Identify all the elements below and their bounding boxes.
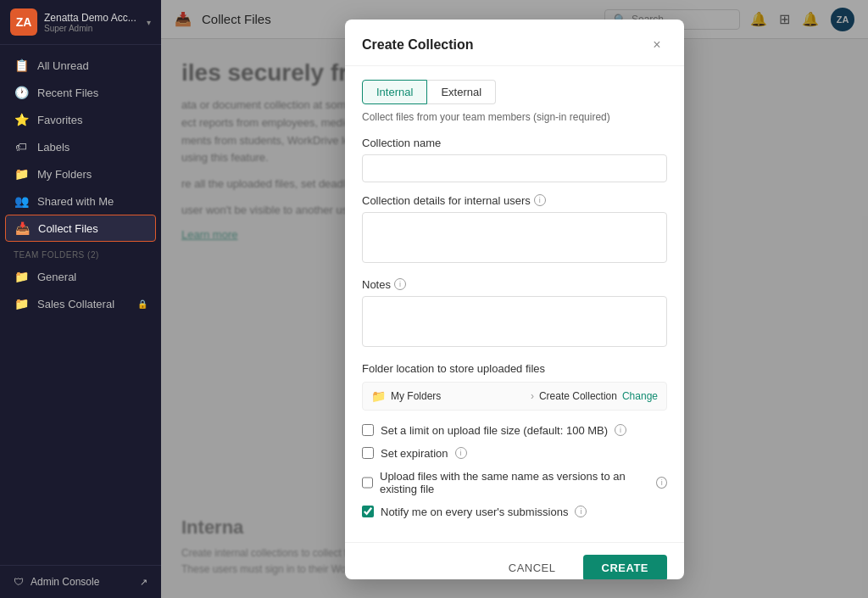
- collection-name-input[interactable]: [362, 154, 667, 182]
- recent-files-icon: 🕐: [14, 86, 29, 99]
- details-label: Collection details for internal users i: [362, 194, 667, 207]
- notify-info-icon[interactable]: i: [575, 506, 587, 517]
- tab-description: Collect files from your team members (si…: [362, 111, 667, 123]
- cancel-button[interactable]: CANCEL: [492, 555, 573, 579]
- modal-body: Internal External Collect files from you…: [345, 66, 684, 542]
- sidebar-item-general[interactable]: 📁 General: [0, 263, 161, 290]
- notes-info-icon[interactable]: i: [394, 278, 406, 290]
- team-folders-label: TEAM FOLDERS (2): [0, 242, 161, 263]
- checkbox-versions: Upload files with the same name as versi…: [362, 470, 667, 495]
- sidebar-item-recent-files[interactable]: 🕐 Recent Files: [0, 79, 161, 106]
- sidebar-item-my-folders[interactable]: 📁 My Folders: [0, 160, 161, 187]
- sidebar-nav: 📋 All Unread 🕐 Recent Files ⭐ Favorites …: [0, 45, 161, 565]
- folder-icon: 📁: [371, 389, 386, 403]
- sidebar-item-label: All Unread: [37, 59, 89, 72]
- sidebar: ZA Zenatta Demo Acc... Super Admin ▾ 📋 A…: [0, 0, 161, 598]
- modal-title: Create Collection: [362, 37, 474, 53]
- sidebar-item-label: Favorites: [37, 114, 82, 126]
- tab-external[interactable]: External: [427, 80, 496, 104]
- sidebar-item-favorites[interactable]: ⭐ Favorites: [0, 106, 161, 133]
- folder-path-row: 📁 My Folders › Create Collection Change: [362, 382, 667, 411]
- folder-sub-text: Create Collection: [539, 390, 617, 402]
- sidebar-item-label: Collect Files: [38, 222, 98, 235]
- checkbox-upload-limit: Set a limit on upload file size (default…: [362, 424, 667, 437]
- sidebar-item-all-unread[interactable]: 📋 All Unread: [0, 52, 161, 79]
- upload-limit-checkbox[interactable]: [362, 424, 374, 436]
- notify-checkbox[interactable]: [362, 506, 374, 517]
- favorites-icon: ⭐: [14, 113, 29, 126]
- details-info-icon[interactable]: i: [534, 194, 546, 206]
- sidebar-item-labels[interactable]: 🏷 Labels: [0, 133, 161, 160]
- external-link-icon: ↗: [140, 577, 147, 588]
- tab-internal[interactable]: Internal: [362, 80, 427, 104]
- admin-console-link[interactable]: 🛡 Admin Console ↗: [0, 565, 161, 598]
- close-button[interactable]: ×: [647, 35, 667, 55]
- sidebar-item-label: General: [37, 271, 76, 283]
- app-name: Zenatta Demo Acc...: [44, 12, 136, 24]
- create-collection-modal: Create Collection × Internal External Co…: [345, 20, 684, 579]
- modal-overlay: Create Collection × Internal External Co…: [161, 0, 868, 598]
- upload-limit-label: Set a limit on upload file size (default…: [381, 424, 608, 437]
- all-unread-icon: 📋: [14, 59, 29, 72]
- folder-change-button[interactable]: Change: [622, 390, 658, 402]
- folder-path-text: My Folders: [391, 390, 526, 402]
- sidebar-item-label: Labels: [37, 141, 70, 154]
- notes-textarea[interactable]: [362, 296, 667, 347]
- expiration-checkbox[interactable]: [362, 447, 374, 459]
- general-folder-icon: 📁: [14, 270, 29, 283]
- notes-label: Notes i: [362, 278, 667, 291]
- app-logo: ZA: [10, 8, 37, 36]
- notify-label: Notify me on every user's submissions: [381, 506, 568, 518]
- sidebar-item-label: Shared with Me: [37, 195, 114, 208]
- labels-icon: 🏷: [14, 140, 29, 154]
- checkbox-expiration: Set expiration i: [362, 447, 667, 460]
- sidebar-item-sales-collateral[interactable]: 📁 Sales Collateral 🔒: [0, 290, 161, 317]
- folder-separator: ›: [531, 390, 534, 402]
- my-folders-icon: 📁: [14, 167, 29, 181]
- versions-checkbox[interactable]: [362, 477, 373, 489]
- collect-files-icon: 📥: [14, 221, 30, 235]
- sidebar-item-label: Recent Files: [37, 87, 98, 99]
- versions-info-icon[interactable]: i: [656, 477, 667, 489]
- tab-group: Internal External: [362, 80, 667, 104]
- sidebar-item-shared-with-me[interactable]: 👥 Shared with Me: [0, 187, 161, 215]
- main-content: 📥 Collect Files 🔍 Search 🔔 ⊞ 🔔 ZA iles s…: [161, 0, 868, 598]
- modal-footer: CANCEL CREATE: [345, 542, 684, 579]
- modal-header: Create Collection ×: [345, 20, 684, 66]
- versions-label: Upload files with the same name as versi…: [380, 470, 649, 495]
- checkbox-notify: Notify me on every user's submissions i: [362, 506, 667, 518]
- sidebar-item-label: My Folders: [37, 168, 92, 181]
- collection-name-label: Collection name: [362, 137, 667, 149]
- admin-console-label: Admin Console: [31, 576, 99, 588]
- user-role: Super Admin: [44, 24, 136, 33]
- admin-console-icon: 🛡: [14, 576, 24, 588]
- details-textarea[interactable]: [362, 212, 667, 263]
- sidebar-header[interactable]: ZA Zenatta Demo Acc... Super Admin ▾: [0, 0, 161, 45]
- sidebar-item-collect-files[interactable]: 📥 Collect Files: [5, 215, 156, 242]
- chevron-down-icon: ▾: [147, 18, 151, 27]
- sales-folder-icon: 📁: [14, 297, 29, 310]
- expiration-info-icon[interactable]: i: [455, 447, 467, 459]
- folder-section-label: Folder location to store uploaded files: [362, 362, 667, 375]
- shared-icon: 👥: [14, 194, 29, 208]
- folder-section: Folder location to store uploaded files …: [362, 362, 667, 411]
- create-button[interactable]: CREATE: [583, 555, 667, 579]
- expiration-label: Set expiration: [381, 447, 448, 460]
- sidebar-item-label: Sales Collateral: [37, 298, 114, 310]
- upload-limit-info-icon[interactable]: i: [615, 424, 626, 436]
